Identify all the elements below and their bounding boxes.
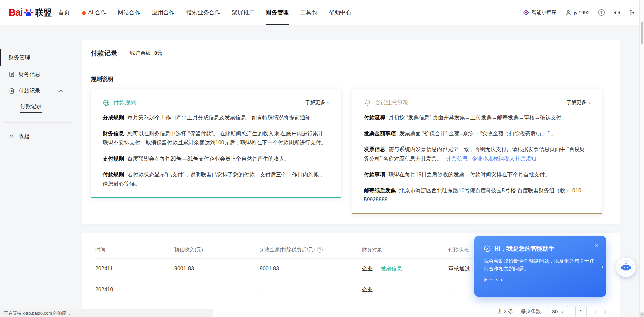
- card-header: 会员注意事项 了解更多: [364, 99, 590, 106]
- sidebar-subitem-label: 付款记录: [20, 103, 42, 113]
- page-scrollbar[interactable]: [639, 0, 644, 317]
- note-invoice-info: 发票信息需与系统内发票信息内容完全一致，否则无法支付。请根据发票信息页面中 “百…: [364, 145, 590, 163]
- nav-label: 工具包: [300, 9, 317, 16]
- sidebar: 财务管理 财务信息 付款记录 付款记录: [0, 25, 82, 317]
- total-count: 共 2 条: [498, 308, 514, 315]
- assistant-message: 我会帮助您诊断合作链路问题，以及解答您关于任何合作相关的问题。: [484, 257, 597, 273]
- sidebar-item-payment-records[interactable]: 付款记录: [0, 83, 82, 100]
- small-taxpayer-notice-link[interactable]: 企业小规模纳税人开票须知: [472, 156, 536, 162]
- rule-finance-info: 财务信息您可以在财务信息中选择 “保留付款”。 在此期间您产生的收入,将在账户内…: [103, 129, 329, 147]
- logo-text-union: 联盟: [35, 7, 52, 18]
- nav-label: 帮助中心: [329, 9, 352, 16]
- nav-label: 财务管理: [266, 9, 289, 16]
- sidebar-section-finance-management[interactable]: 财务管理: [0, 49, 82, 66]
- balance-label: 账户余额:: [130, 50, 152, 56]
- scrollbar-thumb[interactable]: [641, 22, 643, 44]
- nav-item-help-center[interactable]: 帮助中心: [329, 0, 352, 25]
- assistant-robot-avatar[interactable]: [616, 258, 636, 277]
- baidu-paw-icon: [24, 8, 33, 17]
- nav-item-toolkit[interactable]: 工具包: [300, 0, 317, 25]
- prev-page-button[interactable]: [594, 308, 597, 316]
- nav-label: 聚屏推广: [232, 9, 255, 16]
- nav-item-app-cooperation[interactable]: 应用合作: [152, 0, 175, 25]
- payment-records-panel: 付款记录 账户余额: 0元 规则说明: [82, 40, 620, 224]
- sidebar-divider: [4, 122, 72, 123]
- nav-item-home[interactable]: 首页: [58, 0, 70, 25]
- nav-label: AI 合作: [88, 9, 106, 16]
- compass-icon: [484, 245, 491, 252]
- column-header-actual-amount: 实收金额(扣除税费后/元): [260, 247, 362, 253]
- rule-payment: 付款规则若付款状态显示“已支付”，说明联盟已安排了您的付款。支付后三个工作日内到…: [103, 170, 329, 188]
- sound-icon[interactable]: [613, 10, 620, 16]
- payment-record-icon: [9, 88, 15, 94]
- info-icon[interactable]: [317, 247, 323, 253]
- note-invoice-amount: 发票金额事项发票票面 “价税合计” 金额=系统中 “实收金额（扣除税费后/元）”…: [364, 129, 590, 138]
- logout-icon[interactable]: [629, 10, 635, 16]
- nav-right-cluster: 智能小程序 jyj1992: [523, 0, 635, 25]
- sidebar-collapse-button[interactable]: 收起: [0, 128, 82, 145]
- main-nav: 首页 AI 合作 网站合作 应用合作 搜索业务合作 聚屏推广 财务管理 工具包 …: [58, 0, 352, 25]
- sidebar-item-finance-info[interactable]: 财务信息: [0, 66, 82, 83]
- cell-time: 202410: [95, 287, 174, 293]
- browser-status-bar: 正在等待 xlab.baidu.com 的响应...: [0, 309, 213, 317]
- page-number-current[interactable]: 1: [575, 306, 587, 317]
- nav-item-website-cooperation[interactable]: 网站合作: [118, 0, 141, 25]
- smart-miniprogram-entry[interactable]: 智能小程序: [523, 9, 556, 16]
- column-header-finance-entity: 财务对象: [362, 247, 448, 253]
- column-header-time: 时间: [95, 247, 174, 253]
- ask-now-link[interactable]: 问一下 >: [484, 277, 503, 283]
- cell-estimated: 9001.83: [174, 266, 260, 272]
- nav-label: 应用合作: [152, 9, 175, 16]
- nav-label: 网站合作: [118, 9, 141, 16]
- flame-icon: [81, 10, 86, 15]
- learn-more-label: 了解更多: [305, 99, 325, 106]
- learn-more-label: 了解更多: [566, 99, 586, 106]
- nav-item-ai-cooperation[interactable]: AI 合作: [81, 0, 106, 25]
- billing-info-link[interactable]: 开票信息: [446, 156, 468, 162]
- close-icon[interactable]: [594, 243, 599, 249]
- miniprogram-label: 智能小程序: [531, 9, 556, 16]
- invoice-info-link[interactable]: 发票信息: [381, 265, 402, 272]
- sidebar-section-label: 财务管理: [9, 54, 30, 61]
- nav-item-search-cooperation[interactable]: 搜索业务合作: [186, 0, 220, 25]
- note-mail-invoice: 邮寄纸质发票北京市海淀区西北旺东路10号院百度科技园5号楼 百度联盟财务组（收）…: [364, 186, 590, 204]
- username: jyj1992: [574, 10, 590, 15]
- cell-estimated: --: [174, 287, 260, 293]
- assistant-header: Hi，我是您的智能助手: [484, 245, 597, 253]
- nav-label: 首页: [58, 9, 70, 16]
- status-text: 正在等待 xlab.baidu.com 的响应...: [4, 310, 70, 316]
- card-title: 会员注意事项: [375, 99, 409, 106]
- cell-actual: --: [260, 287, 362, 293]
- help-icon[interactable]: [598, 9, 605, 16]
- learn-more-link[interactable]: 了解更多: [566, 99, 590, 106]
- triangle-down-icon: [641, 314, 643, 315]
- account-balance: 账户余额: 0元: [130, 50, 162, 56]
- bell-icon: [364, 99, 371, 106]
- note-payment-matter: 付款事项联盟在每月19日之后签收的发票，付款时间安排在下个月首批支付。: [364, 170, 590, 179]
- nav-item-screen-promotion[interactable]: 聚屏推广: [232, 0, 255, 25]
- member-notes-card: 会员注意事项 了解更多 付款流程月初按 “发票信息” 页面开具发票→上传发票→邮…: [352, 89, 602, 214]
- scroll-down-button[interactable]: [640, 312, 644, 317]
- baidu-union-logo[interactable]: Bai 联盟: [9, 0, 52, 25]
- next-page-button[interactable]: [604, 308, 607, 316]
- rule-pay: 支付规则百度联盟会在每月20号—31号支付企业会员上个自然月产生的收入。: [103, 154, 329, 164]
- rules-cards: 付款规则 了解更多 分成规则每月第3或4个工作日产出上月分成信息及发票信息，如有…: [82, 84, 620, 224]
- collapse-label: 收起: [19, 133, 30, 140]
- nav-label: 搜索业务合作: [186, 9, 220, 16]
- assistant-title: Hi，我是您的智能助手: [494, 245, 555, 253]
- globe-icon: [103, 99, 110, 106]
- cell-time: 202411: [95, 266, 174, 272]
- sidebar-subitem-payment-records[interactable]: 付款记录: [0, 100, 82, 116]
- rule-share: 分成规则每月第3或4个工作日产出上月分成信息及发票信息，如有特殊情况将提前通知。: [103, 113, 329, 122]
- page-size-select[interactable]: 30: [548, 306, 568, 317]
- card-title: 付款规则: [113, 99, 136, 106]
- card-header: 付款规则 了解更多: [103, 99, 329, 106]
- learn-more-link[interactable]: 了解更多: [305, 99, 329, 106]
- finance-info-icon: [9, 71, 15, 77]
- user-account[interactable]: jyj1992: [565, 10, 590, 16]
- payment-rules-card: 付款规则 了解更多 分成规则每月第3或4个工作日产出上月分成信息及发票信息，如有…: [91, 89, 341, 198]
- nav-item-finance-management[interactable]: 财务管理: [266, 0, 289, 25]
- sidebar-item-label: 付款记录: [19, 88, 40, 95]
- robot-icon: [619, 260, 633, 275]
- page-size-value: 30: [552, 309, 558, 314]
